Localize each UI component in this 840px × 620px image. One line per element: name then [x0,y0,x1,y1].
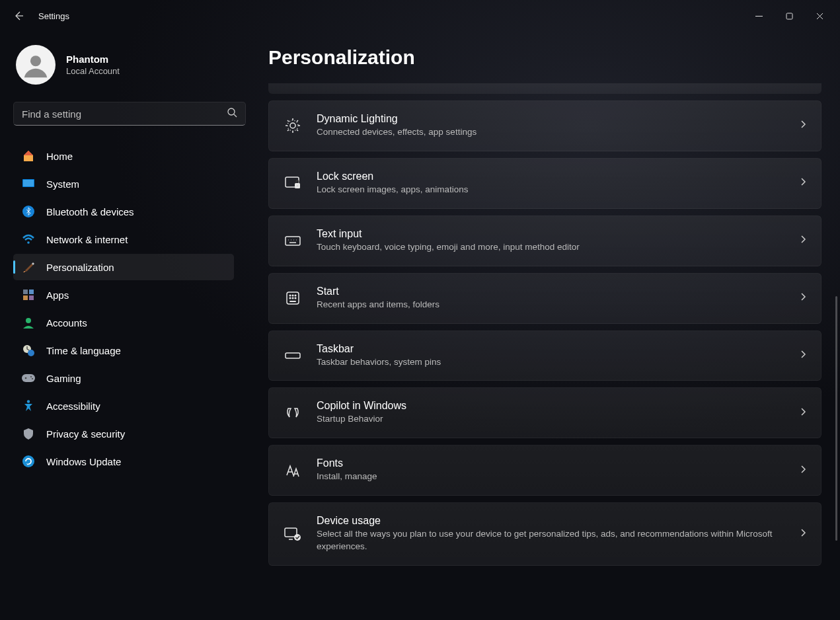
card-title: Device usage [317,515,785,527]
card-fonts[interactable]: Fonts Install, manage [268,445,821,496]
sidebar-item-system[interactable]: System [13,171,234,197]
lock-screen-icon [284,174,302,192]
back-button[interactable] [5,3,32,29]
fonts-icon [284,461,302,480]
sidebar-item-time-language[interactable]: Time & language [13,337,234,364]
sidebar-item-label: Accessibility [46,401,100,412]
card-desc: Recent apps and items, folders [317,299,785,311]
chevron-right-icon [800,465,806,477]
chevron-right-icon [800,528,806,540]
card-taskbar[interactable]: Taskbar Taskbar behaviors, system pins [268,330,821,381]
sidebar-item-bluetooth[interactable]: Bluetooth & devices [13,198,234,225]
sidebar-item-label: Home [46,151,73,162]
svg-rect-10 [29,295,34,300]
svg-rect-9 [23,295,28,300]
card-title: Fonts [317,457,785,469]
svg-rect-34 [286,353,300,358]
svg-point-15 [25,377,27,379]
profile-sub: Local Account [66,66,120,76]
card-desc: Startup Behavior [317,413,785,426]
card-title: Text input [317,228,785,240]
card-title: Start [317,286,785,297]
start-icon [284,289,302,307]
card-lock-screen[interactable]: Lock screen Lock screen images, apps, an… [268,158,821,209]
sidebar-item-gaming[interactable]: Gaming [13,365,234,391]
paintbrush-icon [21,260,36,274]
minimize-button[interactable] [744,5,774,26]
sidebar-item-home[interactable]: Home [13,143,234,169]
card-desc: Connected devices, effects, app settings [317,126,785,139]
svg-rect-33 [289,301,296,302]
window-title: Settings [38,11,69,21]
svg-point-31 [292,297,293,299]
titlebar: Settings [0,0,840,32]
svg-rect-4 [23,180,34,186]
device-usage-icon [284,525,302,543]
card-copilot[interactable]: Copilot in Windows Startup Behavior [268,387,821,438]
svg-point-1 [30,56,41,66]
svg-point-18 [27,400,30,403]
svg-point-27 [289,295,291,296]
sidebar-item-accounts[interactable]: Accounts [13,309,234,336]
sidebar-item-label: Windows Update [46,456,121,467]
partial-previous-card[interactable] [268,83,821,94]
sidebar-item-windows-update[interactable]: Windows Update [13,448,234,475]
svg-point-11 [26,318,31,323]
dynamic-lighting-icon [284,116,302,135]
sidebar-item-label: Gaming [46,373,81,384]
card-desc: Install, manage [317,471,785,483]
card-title: Taskbar [317,343,785,355]
maximize-button[interactable] [774,5,804,26]
svg-point-32 [295,297,296,299]
card-text-input[interactable]: Text input Touch keyboard, voice typing,… [268,215,821,266]
svg-point-28 [292,295,293,296]
search-input[interactable] [22,108,227,120]
bluetooth-icon [21,204,36,219]
page-title: Personalization [268,46,821,69]
svg-point-19 [22,455,34,467]
card-start[interactable]: Start Recent apps and items, folders [268,273,821,324]
sidebar-item-label: System [46,178,79,190]
profile-block[interactable]: Phantom Local Account [13,45,234,85]
clock-globe-icon [21,343,36,358]
taskbar-icon [284,346,302,365]
sidebar-item-personalization[interactable]: Personalization [13,254,234,280]
sidebar-item-network[interactable]: Network & internet [13,226,234,252]
svg-point-36 [294,534,301,541]
wifi-icon [21,232,36,247]
search-box[interactable] [13,102,246,126]
sidebar-item-apps[interactable]: Apps [13,282,234,308]
card-title: Lock screen [317,171,785,182]
svg-rect-0 [786,13,792,19]
close-button[interactable] [804,5,835,26]
sidebar-item-label: Network & internet [46,234,128,245]
copilot-icon [284,404,302,422]
svg-point-21 [287,120,298,131]
svg-rect-8 [29,290,34,294]
svg-point-13 [28,350,34,356]
sidebar-item-label: Time & language [46,345,121,356]
svg-point-16 [30,376,32,377]
chevron-right-icon [800,407,806,419]
sidebar-item-label: Accounts [46,317,87,329]
nav-list: Home System Bluetooth & devices [13,143,234,475]
sidebar-item-label: Personalization [46,262,114,273]
sidebar-item-label: Apps [46,290,69,301]
svg-point-17 [32,378,33,379]
profile-name: Phantom [66,54,120,65]
svg-point-20 [290,123,295,128]
svg-point-6 [27,241,30,244]
update-icon [21,454,36,469]
card-title: Dynamic Lighting [317,113,785,125]
chevron-right-icon [800,177,806,189]
scrollbar-thumb[interactable] [835,296,837,541]
svg-point-2 [228,108,235,115]
card-desc: Select all the ways you plan to use your… [317,528,785,553]
accessibility-icon [21,399,36,413]
chevron-right-icon [800,292,806,304]
card-desc: Touch keyboard, voice typing, emoji and … [317,241,785,254]
card-device-usage[interactable]: Device usage Select all the ways you pla… [268,502,821,566]
card-dynamic-lighting[interactable]: Dynamic Lighting Connected devices, effe… [268,100,821,151]
sidebar-item-accessibility[interactable]: Accessibility [13,393,234,419]
sidebar-item-privacy[interactable]: Privacy & security [13,420,234,447]
